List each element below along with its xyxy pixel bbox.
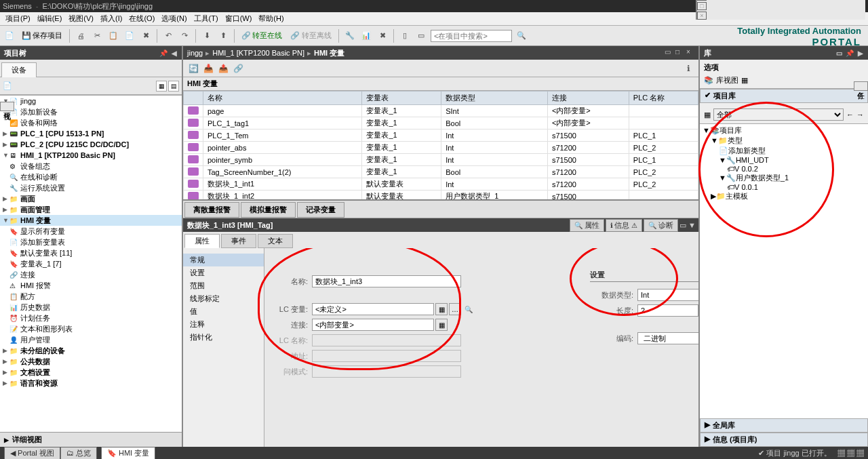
tree-node[interactable]: 📄添加新设备 (0, 106, 182, 117)
tab-properties[interactable]: 属性 (184, 234, 220, 248)
tree-node[interactable]: ▶📁公共数据 (0, 356, 182, 367)
menu-edit[interactable]: 编辑(E) (35, 14, 65, 24)
table-row[interactable]: 数据块_1_int1默认变量表Ints71200PLC_2 (184, 178, 698, 191)
table-row[interactable]: pointer_abs变量表_1Ints71200PLC_2 (184, 142, 698, 154)
pin-icon[interactable]: 📌 (159, 48, 168, 58)
lib-tree-node[interactable]: 📄添加新类型 (700, 146, 868, 156)
menu-options[interactable]: 选项(N) (159, 14, 189, 24)
window-icon[interactable]: ▭ (665, 48, 674, 58)
table-row[interactable]: page变量表_1SInt<内部变量> (184, 105, 698, 117)
globlib-section[interactable]: ▶全局库 (700, 418, 868, 433)
filter-select[interactable]: 全部 (713, 108, 844, 121)
lib-collapse-icon[interactable]: ▶ (856, 48, 865, 58)
tool-icon-3[interactable]: ✖ (376, 29, 389, 43)
libview-icon[interactable]: 📚 (704, 76, 713, 85)
close-button[interactable]: × (697, 12, 707, 20)
conn-browse-icon[interactable]: ▦ (435, 319, 448, 331)
maximize-editor-icon[interactable]: □ (675, 48, 685, 58)
new-project-icon[interactable]: 📄 (3, 29, 16, 43)
tab-discrete-alarms[interactable]: 离散量报警 (184, 202, 239, 218)
import-icon[interactable]: 📥 (202, 62, 214, 75)
properties-nav[interactable]: 常规设置范围线形标定值注释指针化 (183, 248, 264, 447)
lib-tree-node[interactable]: ▼📁类型 (700, 136, 868, 146)
split-icon-2[interactable]: ▭ (414, 29, 428, 43)
table-row[interactable]: PLC_1_Tem变量表_1Ints71500PLC_1 (184, 129, 698, 142)
collapse-icon[interactable]: ◀ (170, 48, 179, 58)
tree-node[interactable]: ⚠HMI 报警 (0, 280, 182, 291)
library-tree[interactable]: ▼📚项目库▼📁类型📄添加新类型▼🔧HMI_UDT🏷V 0.0.2▼🔧用户数据类型… (700, 124, 868, 418)
tree-node[interactable]: 📋配方 (0, 291, 182, 302)
table-row[interactable]: PLC_1_tag1变量表_1Bool<内部变量> (184, 117, 698, 129)
upload-icon[interactable]: ⬆ (216, 29, 230, 43)
nav-item[interactable]: 范围 (183, 279, 264, 292)
tree-node[interactable]: ▼🖥HMI_1 [KTP1200 Basic PN] (0, 150, 182, 161)
nav-item[interactable]: 线形标定 (183, 292, 264, 305)
plcvar-input[interactable] (312, 303, 434, 315)
detail-view-tab[interactable]: ▶详细视图 (0, 432, 182, 447)
refresh-icon[interactable]: 🔄 (187, 62, 199, 75)
tab-analog-alarms[interactable]: 模拟量报警 (241, 202, 296, 218)
menu-window[interactable]: 窗口(W) (222, 14, 255, 24)
paste-icon[interactable]: 📄 (123, 29, 136, 43)
tree-node[interactable]: 🔖默认变量表 [11] (0, 247, 182, 258)
tab-log-tags[interactable]: 记录变量 (297, 202, 344, 218)
filter-icon[interactable]: ▦ (704, 111, 711, 119)
lib-pin-icon[interactable]: ▭ (834, 48, 844, 58)
tree-node[interactable]: ▶📟PLC_1 [CPU 1513-1 PN] (0, 128, 182, 139)
name-input[interactable] (312, 275, 461, 287)
tree-node[interactable]: ▶📟PLC_2 [CPU 1215C DC/DC/DC] (0, 139, 182, 150)
export-icon[interactable]: 📤 (217, 62, 229, 75)
go-offline-button[interactable]: 🔗 转至离线 (288, 31, 334, 41)
menu-view[interactable]: 视图(V) (66, 14, 96, 24)
connection-input[interactable] (312, 319, 434, 331)
redo-icon[interactable]: ↷ (178, 29, 191, 43)
tool-icon-2[interactable]: 📊 (359, 29, 373, 43)
nav-back-icon[interactable]: ← (846, 111, 854, 119)
minimize-button[interactable]: – (697, 0, 707, 1)
visualization-sidetab[interactable]: 可视化 (0, 102, 14, 111)
tree-node[interactable]: 🔧运行系统设置 (0, 182, 182, 193)
copy-icon[interactable]: 📋 (106, 29, 120, 43)
tree-tool-icon[interactable]: 📄 (3, 81, 12, 90)
tree-view-icon-2[interactable]: ▤ (168, 81, 179, 92)
libview-grid-icon[interactable]: ▦ (741, 76, 748, 85)
libinfo-section[interactable]: ▶信息 (项目库) (700, 433, 868, 447)
tree-node[interactable]: ▶📁语言和资源 (0, 378, 182, 388)
undo-icon[interactable]: ↶ (161, 29, 175, 43)
nav-item[interactable]: 常规 (183, 254, 264, 266)
tree-node[interactable]: 📄添加新变量表 (0, 237, 182, 247)
browse-icon[interactable]: ▦ (435, 303, 448, 315)
search-icon[interactable]: 🔍 (515, 29, 528, 43)
project-tree[interactable]: ▼📄jingg📄添加新设备📶设备和网络▶📟PLC_1 [CPU 1513-1 P… (0, 95, 182, 432)
tree-node[interactable]: 📝文本和图形列表 (0, 323, 182, 334)
tree-node[interactable]: ⏰计划任务 (0, 313, 182, 323)
tab-texts[interactable]: 文本 (258, 234, 293, 248)
lib-pin-icon-2[interactable]: 📌 (845, 48, 854, 58)
go-online-button[interactable]: 🔗 转至在线 (239, 31, 285, 41)
info-button[interactable]: ℹ 信息 ⚠ (606, 219, 643, 232)
tree-node[interactable]: 🔗连接 (0, 269, 182, 280)
length-input[interactable] (637, 304, 698, 317)
lib-tree-node[interactable]: ▼📚项目库 (700, 125, 868, 136)
datatype-input[interactable] (637, 289, 698, 301)
overview-tab[interactable]: 🗂 总览 (60, 447, 97, 460)
portal-view-button[interactable]: ◀ Portal 视图 (4, 447, 60, 460)
project-search-input[interactable] (431, 30, 512, 42)
properties-button[interactable]: 🔍 属性 (570, 219, 604, 232)
tree-node[interactable]: 🔖显示所有变量 (0, 226, 182, 237)
nav-fwd-icon[interactable]: → (856, 111, 864, 119)
nav-item[interactable]: 值 (183, 305, 264, 318)
split-icon[interactable]: ▯ (398, 29, 412, 43)
table-row[interactable]: 数据块_1_int2默认变量表用户数据类型_1s71500 (184, 191, 698, 201)
tree-view-icon[interactable]: ▦ (156, 81, 167, 92)
table-row[interactable]: Tag_ScreenNumber_1(2)变量表_1Bools71200PLC_… (184, 166, 698, 178)
maximize-button[interactable]: □ (697, 2, 707, 10)
device-tab[interactable]: 设备 (1, 62, 37, 77)
tree-node[interactable]: ⚙设备组态 (0, 161, 182, 172)
tree-node[interactable]: 🔍在线和诊断 (0, 172, 182, 182)
tree-node[interactable]: 🔖变量表_1 [7] (0, 258, 182, 269)
menu-project[interactable]: 项目(P) (3, 14, 33, 24)
lookup-icon[interactable]: 🔍 (462, 303, 475, 315)
menu-tools[interactable]: 工具(T) (191, 14, 221, 24)
print-icon[interactable]: 🖨 (74, 29, 87, 43)
